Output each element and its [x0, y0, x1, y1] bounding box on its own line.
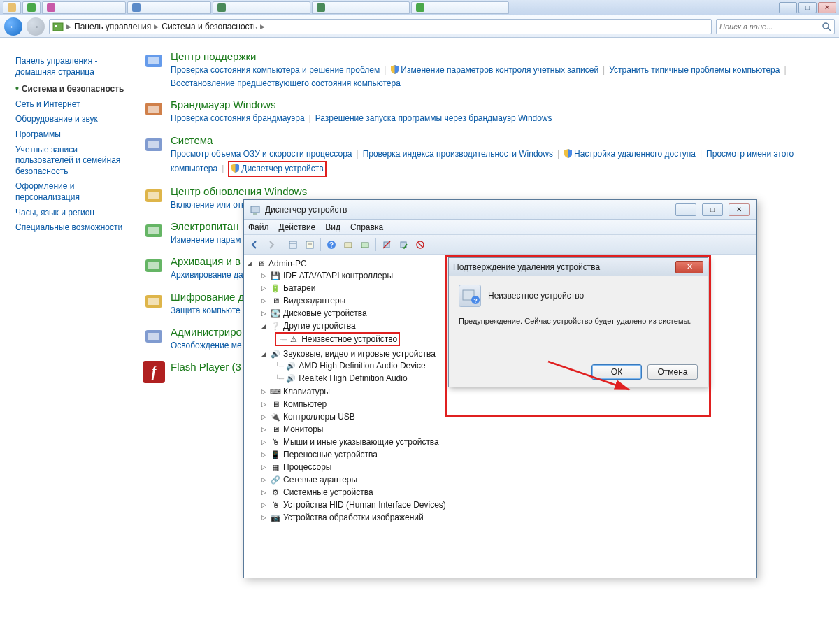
category-link[interactable]: Проверка состояния брандмауэра — [171, 113, 305, 123]
tb-update-icon[interactable] — [357, 237, 373, 252]
expand-icon[interactable]: ▷ — [260, 426, 268, 434]
forward-button[interactable]: → — [27, 17, 45, 36]
expand-icon[interactable]: ◢ — [260, 322, 268, 330]
collapse-icon[interactable]: ◢ — [245, 260, 253, 268]
breadcrumb-item[interactable]: Панель управления — [74, 22, 151, 31]
category-link[interactable]: Разрешение запуска программы через бранд… — [315, 113, 552, 123]
breadcrumb-item[interactable]: Система и безопасность — [162, 22, 257, 31]
search-input[interactable] — [719, 22, 822, 31]
menu-file[interactable]: Файл — [248, 222, 269, 232]
dm-titlebar[interactable]: Диспетчер устройств — □ ✕ — [244, 200, 756, 220]
sidebar-item-ease[interactable]: Специальные возможности — [15, 222, 133, 234]
tree-node[interactable]: ▷⌨Клавиатуры — [245, 386, 755, 397]
expand-icon[interactable]: ▷ — [260, 501, 268, 509]
expand-icon[interactable]: ▷ — [260, 401, 268, 408]
tb-back-icon[interactable] — [247, 237, 262, 252]
tb-disable-icon[interactable] — [396, 237, 411, 252]
menu-action[interactable]: Действие — [279, 222, 316, 232]
close-button[interactable]: ✕ — [818, 2, 836, 13]
category-link[interactable]: Восстановление предшествующего состояния… — [171, 78, 401, 88]
dialog-titlebar[interactable]: Подтверждение удаления устройства ✕ — [449, 258, 708, 276]
browser-tab[interactable] — [3, 1, 21, 14]
category-title[interactable]: Система — [171, 134, 832, 146]
browser-tab[interactable] — [42, 1, 126, 14]
ok-button[interactable]: ОК — [591, 364, 642, 380]
minimize-button[interactable]: — — [779, 2, 797, 13]
other-icon: ❔ — [270, 320, 281, 331]
tb-uninstall-icon[interactable] — [379, 237, 394, 252]
expand-icon[interactable]: ◢ — [260, 350, 268, 358]
category-title[interactable]: Брандмауэр Windows — [171, 99, 832, 110]
category-title[interactable]: Центр обновления Windows — [171, 185, 832, 197]
expand-icon[interactable]: ▷ — [260, 476, 268, 484]
tb-delete-icon[interactable] — [413, 237, 428, 252]
expand-icon[interactable]: ▷ — [260, 438, 268, 446]
category-link[interactable]: Диспетчер устройств — [241, 164, 323, 173]
maximize-button[interactable]: □ — [798, 2, 817, 13]
browser-tab[interactable] — [213, 1, 310, 14]
cancel-button[interactable]: Отмена — [647, 364, 698, 380]
expand-icon[interactable]: ▷ — [260, 514, 268, 522]
tree-node[interactable]: ▷⚙Системные устройства — [245, 487, 755, 498]
sidebar-item-accounts[interactable]: Учетные записи пользователей и семейная … — [15, 145, 133, 178]
category-link[interactable]: Освобождение ме — [171, 341, 242, 350]
chevron-right-icon: ▶ — [260, 23, 265, 30]
sidebar-item-hardware[interactable]: Оборудование и звук — [15, 114, 133, 125]
expand-icon[interactable]: ▷ — [260, 388, 268, 396]
tb-properties-icon[interactable] — [302, 237, 317, 252]
tree-node[interactable]: ▷▦Процессоры — [245, 461, 755, 473]
menu-help[interactable]: Справка — [350, 222, 383, 232]
breadcrumb[interactable]: ▶ Панель управления ▶ Система и безопасн… — [49, 19, 712, 34]
browser-tab[interactable] — [411, 1, 509, 14]
dm-minimize-button[interactable]: — — [675, 203, 696, 216]
expand-icon[interactable]: ▷ — [260, 272, 268, 280]
sidebar-item-appearance[interactable]: Оформление и персонализация — [15, 181, 133, 203]
browser-tab[interactable] — [312, 1, 410, 14]
category-link[interactable]: Проверка состояния компьютера и решение … — [171, 65, 380, 75]
category-link[interactable]: Архивирование да — [171, 270, 243, 280]
tree-node[interactable]: ▷🖥Компьютер — [245, 399, 755, 410]
category-link[interactable]: Изменение парам — [171, 235, 241, 245]
category-link[interactable]: Проверка индекса производительности Wind… — [363, 149, 553, 159]
sidebar-item-network[interactable]: Сеть и Интернет — [15, 99, 133, 110]
dm-maximize-button[interactable]: □ — [702, 203, 723, 216]
menu-view[interactable]: Вид — [325, 222, 340, 232]
expand-icon[interactable]: ▷ — [260, 310, 268, 317]
tree-node[interactable]: ▷🔌Контроллеры USB — [245, 411, 755, 422]
tb-show-hide-icon[interactable] — [285, 237, 301, 252]
category-link[interactable]: Просмотр объема ОЗУ и скорости процессор… — [171, 149, 352, 159]
dialog-close-button[interactable]: ✕ — [675, 261, 703, 273]
tree-node[interactable]: ▷🖥Мониторы — [245, 424, 755, 435]
svg-line-3 — [828, 28, 831, 31]
category-title[interactable]: Центр поддержки — [171, 50, 832, 62]
expand-icon[interactable]: ▷ — [260, 297, 268, 305]
expand-icon[interactable]: ▷ — [260, 464, 268, 471]
dm-close-button[interactable]: ✕ — [729, 203, 750, 216]
tree-node[interactable]: ▷📷Устройства обработки изображений — [245, 512, 755, 523]
sidebar-item-programs[interactable]: Программы — [15, 129, 133, 141]
tb-scan-icon[interactable] — [340, 237, 356, 252]
speaker-icon: 🔊 — [285, 360, 296, 371]
back-button[interactable]: ← — [4, 17, 22, 36]
tree-node[interactable]: ▷🖱Мыши и иные указывающие устройства — [245, 436, 755, 448]
browser-tab[interactable] — [22, 1, 41, 14]
tb-help-icon[interactable]: ? — [324, 237, 339, 252]
tree-node[interactable]: ▷📱Переносные устройства — [245, 449, 755, 460]
category-link[interactable]: Настройка удаленного доступа — [574, 149, 696, 159]
tb-forward-icon[interactable] — [264, 237, 279, 252]
search-box[interactable] — [716, 19, 835, 34]
sidebar-item-system-security[interactable]: Система и безопасность — [15, 82, 133, 95]
tree-node[interactable]: ▷🔗Сетевые адаптеры — [245, 474, 755, 485]
expand-icon[interactable]: ▷ — [260, 285, 268, 292]
category-link[interactable]: Защита компьюте — [171, 306, 241, 315]
search-icon[interactable] — [822, 22, 831, 31]
sidebar-item-home[interactable]: Панель управления - домашняя страница — [15, 56, 133, 78]
browser-tab[interactable] — [127, 1, 211, 14]
expand-icon[interactable]: ▷ — [260, 489, 268, 496]
category-link[interactable]: Устранить типичные проблемы компьютера — [609, 65, 780, 75]
tree-node[interactable]: ▷🖱Устройства HID (Human Interface Device… — [245, 499, 755, 510]
expand-icon[interactable]: ▷ — [260, 451, 268, 459]
sidebar-item-clock[interactable]: Часы, язык и регион — [15, 208, 133, 219]
category-link[interactable]: Изменение параметров контроля учетных за… — [401, 65, 598, 75]
expand-icon[interactable]: ▷ — [260, 413, 268, 421]
